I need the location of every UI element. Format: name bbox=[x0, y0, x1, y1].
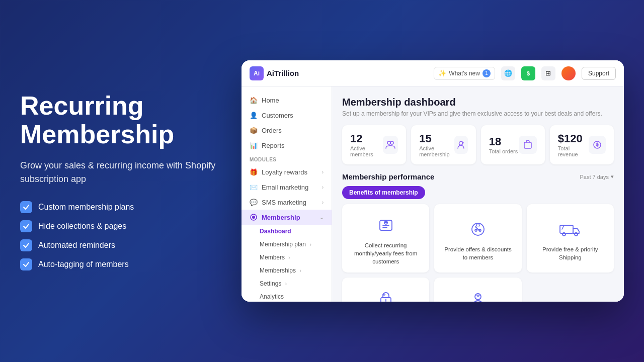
home-icon: 🏠 bbox=[250, 96, 258, 104]
main-content: Membership dashboard Set up a membership… bbox=[332, 86, 624, 302]
hero-subtitle: Grow your sales & recurring income with … bbox=[20, 159, 221, 186]
discount-icon bbox=[467, 218, 489, 240]
chevron-icon: › bbox=[322, 185, 324, 190]
stat-card-revenue: $120 Total revenue bbox=[550, 125, 614, 164]
sidebar-item-sms[interactable]: 💬 SMS marketing › bbox=[242, 195, 332, 210]
check-icon bbox=[20, 239, 32, 251]
stat-label: Total orders bbox=[489, 148, 518, 154]
stat-label: Total revenue bbox=[558, 145, 589, 157]
language-icon[interactable]: 🌐 bbox=[501, 66, 515, 80]
whats-new-button[interactable]: ✨ What's new 1 bbox=[434, 67, 495, 80]
sidebar-item-home[interactable]: 🏠 Home bbox=[242, 93, 332, 108]
notification-icon[interactable]: $ bbox=[521, 66, 535, 80]
recurring-fee-icon bbox=[375, 214, 397, 236]
reports-icon: 📊 bbox=[250, 141, 258, 149]
customers-icon: 👤 bbox=[250, 111, 258, 119]
stat-number: 18 bbox=[489, 135, 518, 148]
check-icon bbox=[20, 258, 32, 270]
feature-list: Custom membership plans Hide collections… bbox=[20, 201, 221, 270]
svg-point-4 bbox=[459, 142, 463, 145]
page-title: Membership dashboard bbox=[342, 97, 614, 108]
main-container: Recurring Membership Grow your sales & r… bbox=[20, 15, 624, 347]
stat-card-members: 12 Active members bbox=[342, 125, 406, 164]
support-button[interactable]: Support bbox=[582, 67, 616, 80]
modules-label: MODULES bbox=[242, 153, 332, 164]
sidebar-item-customers[interactable]: 👤 Customers bbox=[242, 108, 332, 123]
stat-card-active: 15 Active membership bbox=[411, 125, 476, 164]
perf-title: Membership performance bbox=[342, 172, 434, 181]
benefit-text: Provide free & priority Shipping bbox=[534, 245, 607, 261]
sub-item-settings[interactable]: Settings › bbox=[242, 277, 332, 290]
sms-icon: 💬 bbox=[250, 198, 258, 206]
stat-card-orders: 18 Total orders bbox=[481, 125, 545, 164]
sidebar-item-loyalty[interactable]: 🎁 Loyalty rewards › bbox=[242, 164, 332, 179]
sub-item-members[interactable]: Members › bbox=[242, 251, 332, 264]
chevron-icon: › bbox=[322, 169, 324, 175]
stat-icon-orders bbox=[519, 136, 537, 154]
page-subtitle: Set up a membership for your VIPs and gi… bbox=[342, 110, 614, 117]
benefit-card-discounts: Provide offers & discounts to members bbox=[434, 204, 521, 273]
chevron-down-icon: ⌄ bbox=[319, 215, 324, 220]
svg-point-11 bbox=[575, 233, 578, 236]
benefit-card-shipping: Provide free & priority Shipping bbox=[527, 204, 614, 273]
logo-area: Ai AiTrillion bbox=[250, 66, 299, 80]
email-icon: ✉️ bbox=[250, 183, 258, 191]
app-window: Ai AiTrillion ✨ What's new 1 🌐 $ ⊞ Suppo… bbox=[242, 60, 624, 302]
stat-icon-members bbox=[383, 136, 398, 154]
benefit-text: Provide offers & discounts to members bbox=[441, 245, 514, 261]
grid-icon[interactable]: ⊞ bbox=[541, 66, 555, 80]
perf-filter[interactable]: Past 7 days ▾ bbox=[580, 173, 614, 180]
loyalty-icon: 🎁 bbox=[250, 168, 258, 176]
sub-item-memberships[interactable]: Memberships › bbox=[242, 264, 332, 277]
benefits-grid: Collect recurring monthly/yearly fees fr… bbox=[342, 204, 614, 302]
feature-item: Auto-tagging of members bbox=[20, 258, 221, 270]
benefit-card-recurring: Collect recurring monthly/yearly fees fr… bbox=[342, 204, 429, 273]
svg-point-3 bbox=[390, 141, 393, 144]
benefit-text: Collect recurring monthly/yearly fees fr… bbox=[349, 241, 422, 265]
svg-point-2 bbox=[387, 141, 390, 144]
svg-rect-5 bbox=[524, 142, 531, 148]
check-icon bbox=[20, 220, 32, 232]
sidebar: 🏠 Home 👤 Customers 📦 Orders 📊 Reports MO… bbox=[242, 86, 332, 302]
check-icon bbox=[20, 201, 32, 213]
orders-icon: 📦 bbox=[250, 126, 258, 134]
chevron-icon: › bbox=[322, 200, 324, 205]
benefit-card-prime: Make membership like Amazon Prime & Netf… bbox=[434, 278, 521, 302]
loyalty-points-icon bbox=[375, 288, 397, 302]
svg-point-1 bbox=[252, 216, 255, 219]
stat-label: Active members bbox=[350, 145, 383, 157]
sidebar-item-reports[interactable]: 📊 Reports bbox=[242, 138, 332, 153]
feature-item: Custom membership plans bbox=[20, 201, 221, 213]
top-bar: Ai AiTrillion ✨ What's new 1 🌐 $ ⊞ Suppo… bbox=[242, 60, 624, 86]
benefit-card-loyalty: Provide additional loyalty points to mem… bbox=[342, 278, 429, 302]
sidebar-item-orders[interactable]: 📦 Orders bbox=[242, 123, 332, 138]
stat-icon-revenue bbox=[589, 136, 606, 154]
sidebar-item-email[interactable]: ✉️ Email marketing › bbox=[242, 179, 332, 195]
stat-number: 12 bbox=[350, 132, 383, 145]
app-body: 🏠 Home 👤 Customers 📦 Orders 📊 Reports MO… bbox=[242, 86, 624, 302]
sub-item-membership-plan[interactable]: Membership plan › bbox=[242, 238, 332, 251]
svg-point-10 bbox=[562, 233, 566, 236]
perf-header: Membership performance Past 7 days ▾ bbox=[342, 172, 614, 181]
stat-number: $120 bbox=[558, 132, 589, 145]
feature-item: Hide collections & pages bbox=[20, 220, 221, 232]
logo-text: AiTrillion bbox=[267, 69, 299, 77]
stat-label: Active membership bbox=[419, 145, 454, 157]
stat-icon-active bbox=[454, 136, 468, 154]
sub-item-dashboard[interactable]: Dashboard bbox=[242, 225, 332, 238]
benefits-tab[interactable]: Benefits of membership bbox=[342, 186, 425, 199]
stat-number: 15 bbox=[419, 132, 454, 145]
logo-icon: Ai bbox=[250, 66, 264, 80]
feature-item: Automated reminders bbox=[20, 239, 221, 251]
sub-item-analytics[interactable]: Analytics bbox=[242, 290, 332, 302]
shipping-icon bbox=[559, 218, 581, 240]
stats-row: 12 Active members 15 Active membership bbox=[342, 125, 614, 164]
prime-icon bbox=[467, 288, 489, 302]
avatar[interactable] bbox=[561, 66, 576, 80]
membership-icon bbox=[250, 213, 258, 221]
left-panel: Recurring Membership Grow your sales & r… bbox=[20, 92, 221, 270]
hero-title: Recurring Membership bbox=[20, 92, 221, 149]
sidebar-item-membership[interactable]: Membership ⌄ bbox=[242, 210, 332, 225]
